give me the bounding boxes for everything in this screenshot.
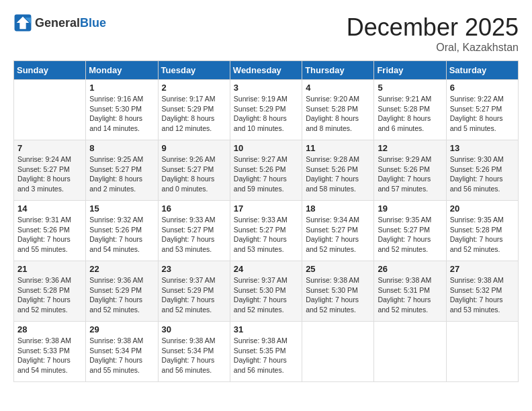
calendar-cell: 9Sunrise: 9:26 AMSunset: 5:27 PMDaylight… (158, 140, 230, 201)
calendar-cell: 5Sunrise: 9:21 AMSunset: 5:28 PMDaylight… (374, 80, 446, 140)
day-info: Sunrise: 9:38 AMSunset: 5:35 PMDaylight:… (234, 336, 298, 375)
column-header-thursday: Thursday (302, 61, 374, 80)
day-info: Sunrise: 9:31 AMSunset: 5:26 PMDaylight:… (17, 215, 82, 255)
day-info: Sunrise: 9:33 AMSunset: 5:27 PMDaylight:… (234, 215, 298, 255)
day-number: 21 (17, 264, 82, 274)
day-number: 26 (378, 264, 442, 274)
day-info: Sunrise: 9:38 AMSunset: 5:34 PMDaylight:… (89, 336, 154, 375)
day-number: 25 (306, 264, 370, 274)
calendar-cell (302, 322, 374, 382)
column-header-sunday: Sunday (14, 61, 86, 80)
day-info: Sunrise: 9:16 AMSunset: 5:30 PMDaylight:… (89, 94, 154, 134)
day-number: 11 (306, 143, 370, 153)
day-info: Sunrise: 9:17 AMSunset: 5:29 PMDaylight:… (162, 94, 226, 134)
day-info: Sunrise: 9:32 AMSunset: 5:26 PMDaylight:… (89, 215, 154, 255)
calendar-cell: 8Sunrise: 9:25 AMSunset: 5:27 PMDaylight… (86, 140, 158, 201)
calendar-cell: 14Sunrise: 9:31 AMSunset: 5:26 PMDayligh… (14, 201, 86, 261)
day-number: 27 (450, 264, 515, 274)
calendar-cell: 30Sunrise: 9:38 AMSunset: 5:34 PMDayligh… (158, 322, 230, 382)
day-number: 2 (162, 83, 226, 93)
day-number: 7 (17, 143, 82, 153)
calendar-cell: 11Sunrise: 9:28 AMSunset: 5:26 PMDayligh… (302, 140, 374, 201)
day-number: 5 (378, 83, 442, 93)
logo-icon (13, 13, 32, 32)
calendar-cell: 16Sunrise: 9:33 AMSunset: 5:27 PMDayligh… (158, 201, 230, 261)
calendar-cell: 13Sunrise: 9:30 AMSunset: 5:26 PMDayligh… (446, 140, 518, 201)
day-info: Sunrise: 9:25 AMSunset: 5:27 PMDaylight:… (89, 154, 154, 194)
day-info: Sunrise: 9:19 AMSunset: 5:29 PMDaylight:… (234, 94, 298, 134)
day-number: 20 (450, 203, 515, 214)
calendar-cell: 15Sunrise: 9:32 AMSunset: 5:26 PMDayligh… (86, 201, 158, 261)
calendar-cell: 20Sunrise: 9:35 AMSunset: 5:28 PMDayligh… (446, 201, 518, 261)
location: Oral, Kazakhstan (347, 42, 519, 54)
calendar-table: SundayMondayTuesdayWednesdayThursdayFrid… (13, 60, 519, 382)
calendar-cell: 3Sunrise: 9:19 AMSunset: 5:29 PMDaylight… (230, 80, 302, 140)
day-info: Sunrise: 9:36 AMSunset: 5:28 PMDaylight:… (17, 275, 82, 315)
day-info: Sunrise: 9:35 AMSunset: 5:27 PMDaylight:… (378, 215, 442, 255)
day-info: Sunrise: 9:29 AMSunset: 5:26 PMDaylight:… (378, 154, 442, 194)
calendar-cell: 10Sunrise: 9:27 AMSunset: 5:26 PMDayligh… (230, 140, 302, 201)
calendar-cell: 1Sunrise: 9:16 AMSunset: 5:30 PMDaylight… (86, 80, 158, 140)
calendar-cell: 17Sunrise: 9:33 AMSunset: 5:27 PMDayligh… (230, 201, 302, 261)
calendar-cell: 25Sunrise: 9:38 AMSunset: 5:30 PMDayligh… (302, 261, 374, 322)
day-info: Sunrise: 9:38 AMSunset: 5:30 PMDaylight:… (306, 275, 370, 315)
day-info: Sunrise: 9:24 AMSunset: 5:27 PMDaylight:… (17, 154, 82, 194)
day-number: 17 (234, 203, 298, 214)
day-info: Sunrise: 9:26 AMSunset: 5:27 PMDaylight:… (162, 154, 226, 194)
calendar-cell: 31Sunrise: 9:38 AMSunset: 5:35 PMDayligh… (230, 322, 302, 382)
column-header-tuesday: Tuesday (158, 61, 230, 80)
calendar-cell: 6Sunrise: 9:22 AMSunset: 5:27 PMDaylight… (446, 80, 518, 140)
day-number: 1 (89, 83, 154, 93)
column-header-monday: Monday (86, 61, 158, 80)
day-number: 24 (234, 264, 298, 274)
day-number: 19 (378, 203, 442, 214)
calendar-week-row: 21Sunrise: 9:36 AMSunset: 5:28 PMDayligh… (14, 261, 519, 322)
day-number: 18 (306, 203, 370, 214)
column-header-friday: Friday (374, 61, 446, 80)
calendar-cell: 19Sunrise: 9:35 AMSunset: 5:27 PMDayligh… (374, 201, 446, 261)
day-number: 23 (162, 264, 226, 274)
calendar-cell: 4Sunrise: 9:20 AMSunset: 5:28 PMDaylight… (302, 80, 374, 140)
calendar-body: 1Sunrise: 9:16 AMSunset: 5:30 PMDaylight… (14, 80, 519, 382)
calendar-cell (446, 322, 518, 382)
day-number: 6 (450, 83, 515, 93)
calendar-cell: 23Sunrise: 9:37 AMSunset: 5:29 PMDayligh… (158, 261, 230, 322)
day-number: 29 (89, 324, 154, 334)
day-info: Sunrise: 9:34 AMSunset: 5:27 PMDaylight:… (306, 215, 370, 255)
day-info: Sunrise: 9:27 AMSunset: 5:26 PMDaylight:… (234, 154, 298, 194)
day-info: Sunrise: 9:21 AMSunset: 5:28 PMDaylight:… (378, 94, 442, 134)
column-header-wednesday: Wednesday (230, 61, 302, 80)
calendar-cell: 2Sunrise: 9:17 AMSunset: 5:29 PMDaylight… (158, 80, 230, 140)
calendar-week-row: 28Sunrise: 9:38 AMSunset: 5:33 PMDayligh… (14, 322, 519, 382)
day-info: Sunrise: 9:38 AMSunset: 5:33 PMDaylight:… (17, 336, 82, 375)
logo-general: GeneralBlue (35, 16, 106, 30)
day-info: Sunrise: 9:33 AMSunset: 5:27 PMDaylight:… (162, 215, 226, 255)
calendar-cell: 22Sunrise: 9:36 AMSunset: 5:29 PMDayligh… (86, 261, 158, 322)
day-number: 14 (17, 203, 82, 214)
month-title: December 2025 (347, 13, 519, 42)
day-number: 16 (162, 203, 226, 214)
day-number: 3 (234, 83, 298, 93)
day-info: Sunrise: 9:37 AMSunset: 5:30 PMDaylight:… (234, 275, 298, 315)
day-number: 13 (450, 143, 515, 153)
day-number: 22 (89, 264, 154, 274)
logo: GeneralBlue (13, 13, 106, 32)
calendar-cell: 27Sunrise: 9:38 AMSunset: 5:32 PMDayligh… (446, 261, 518, 322)
day-number: 15 (89, 203, 154, 214)
day-number: 30 (162, 324, 226, 334)
calendar-week-row: 1Sunrise: 9:16 AMSunset: 5:30 PMDaylight… (14, 80, 519, 140)
day-info: Sunrise: 9:30 AMSunset: 5:26 PMDaylight:… (450, 154, 515, 194)
day-info: Sunrise: 9:36 AMSunset: 5:29 PMDaylight:… (89, 275, 154, 315)
day-number: 12 (378, 143, 442, 153)
day-info: Sunrise: 9:20 AMSunset: 5:28 PMDaylight:… (306, 94, 370, 134)
calendar-cell: 18Sunrise: 9:34 AMSunset: 5:27 PMDayligh… (302, 201, 374, 261)
day-number: 9 (162, 143, 226, 153)
title-block: December 2025 Oral, Kazakhstan (347, 13, 519, 54)
calendar-cell: 29Sunrise: 9:38 AMSunset: 5:34 PMDayligh… (86, 322, 158, 382)
calendar-cell: 28Sunrise: 9:38 AMSunset: 5:33 PMDayligh… (14, 322, 86, 382)
calendar-cell (14, 80, 86, 140)
calendar-cell: 24Sunrise: 9:37 AMSunset: 5:30 PMDayligh… (230, 261, 302, 322)
day-info: Sunrise: 9:37 AMSunset: 5:29 PMDaylight:… (162, 275, 226, 315)
calendar-week-row: 7Sunrise: 9:24 AMSunset: 5:27 PMDaylight… (14, 140, 519, 201)
column-header-saturday: Saturday (446, 61, 518, 80)
